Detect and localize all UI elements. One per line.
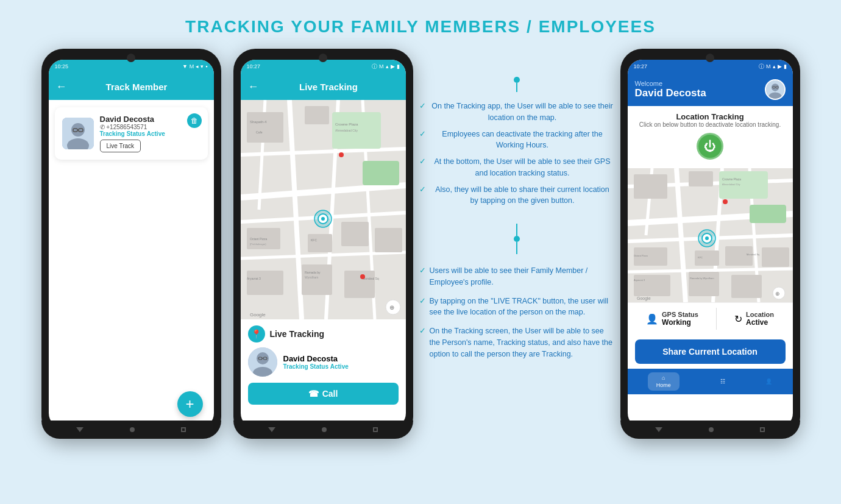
svg-text:Ahmedabad City: Ahmedabad City xyxy=(335,129,358,132)
app-bottom-nav: ⌂ Home ☷ 👤 xyxy=(628,369,793,394)
svg-text:Google: Google xyxy=(637,296,651,301)
phone3-welcome: Welcome David Decosta xyxy=(635,80,706,99)
member-card: David Decosta ✆ +12586543571 Tracking St… xyxy=(55,107,208,160)
welcome-label: Welcome xyxy=(635,80,706,87)
top-annotations: ✓ On the Tracking app, the User will be … xyxy=(413,55,620,219)
profile-tab[interactable]: 👤 xyxy=(765,378,772,385)
svg-point-39 xyxy=(321,217,325,221)
annotation-4: ✓ Also, they will be able to share their… xyxy=(419,184,614,207)
svg-rect-67 xyxy=(750,205,786,223)
lt-person-status: Tracking Status Active xyxy=(283,363,349,370)
svg-text:Octant Pizza: Octant Pizza xyxy=(250,237,268,241)
phone3-home-nav[interactable] xyxy=(709,427,714,432)
svg-rect-20 xyxy=(308,234,332,252)
lt-person-info: David Decosta Tracking Status Active xyxy=(283,354,349,370)
phone1-time: 10:25 xyxy=(55,63,69,69)
bottom-annotations: ✓ Users will be able to see their Family… xyxy=(413,259,620,360)
home-nav-icon[interactable] xyxy=(130,427,135,432)
check-icon-1: ✓ xyxy=(419,101,426,112)
back-nav-icon[interactable] xyxy=(76,427,83,432)
power-button[interactable]: ⏻ xyxy=(697,133,723,160)
user-avatar xyxy=(765,79,786,100)
svg-rect-69 xyxy=(689,171,713,186)
annotations-wrapper: ✓ On the Tracking app, the User will be … xyxy=(413,49,620,366)
phone1-status-bar: 10:25 ▼ M ◂ ▾ ▪ xyxy=(49,60,214,73)
phone3-back-nav[interactable] xyxy=(655,427,662,432)
location-value: Active xyxy=(746,318,774,327)
phone3-status-icons: ⓘ M ▴ ▶ ▮ xyxy=(759,63,787,71)
location-icon: 📍 xyxy=(248,325,265,343)
phone3-map: Crowne Plaza Ahmedabad City Octant Pizza… xyxy=(628,168,793,302)
share-location-button[interactable]: Share Current Location xyxy=(635,339,786,364)
phone2-bottom-nav xyxy=(233,421,413,439)
delete-icon[interactable]: 🗑 xyxy=(187,113,202,128)
phone1-status-icons: ▼ M ◂ ▾ ▪ xyxy=(182,63,208,69)
list-tab[interactable]: ☷ xyxy=(720,378,725,385)
svg-text:Aryavrat 3: Aryavrat 3 xyxy=(247,277,261,280)
lt-person: David Decosta Tracking Status Active xyxy=(248,347,399,377)
svg-text:KFC: KFC xyxy=(311,238,317,242)
svg-text:KFC: KFC xyxy=(698,256,703,259)
phone2-back-icon[interactable]: ← xyxy=(248,80,259,93)
svg-point-86 xyxy=(705,236,709,240)
phone2-time: 10:27 xyxy=(247,63,261,69)
svg-text:⊕: ⊕ xyxy=(775,291,780,297)
phone-1: 10:25 ▼ M ◂ ▾ ▪ ← Track Member xyxy=(41,49,221,439)
svg-text:⊕: ⊕ xyxy=(389,304,394,311)
phone-3-screen: 10:27 ⓘ M ▴ ▶ ▮ Welcome David Decosta xyxy=(628,60,793,428)
check-icon-5: ✓ xyxy=(419,265,426,277)
add-fab-button[interactable]: + xyxy=(177,391,203,417)
phone-1-screen: 10:25 ▼ M ◂ ▾ ▪ ← Track Member xyxy=(49,60,214,428)
annotation-3: ✓ At the bottom, the User will be able t… xyxy=(419,156,614,179)
member-phone: ✆ +12586543571 xyxy=(100,124,200,130)
location-title: Location Tracking xyxy=(635,112,786,121)
back-arrow-icon[interactable]: ← xyxy=(56,80,67,93)
phone2-status-bar: 10:27 ⓘ M ▴ ▶ ▮ xyxy=(241,60,406,73)
gps-status-item: 👤 GPS Status Working xyxy=(646,311,698,327)
page-title: TRACKING YOUR FAMILY MEMBERS / EMPLOYEES xyxy=(0,0,841,49)
lt-person-name: David Decosta xyxy=(283,354,349,363)
svg-rect-23 xyxy=(247,271,283,295)
annotation-7: ✓ On the Tracking screen, the User will … xyxy=(419,325,614,360)
home-tab[interactable]: ⌂ Home xyxy=(648,372,680,391)
recents-nav-icon[interactable] xyxy=(181,427,186,432)
phone2-home-nav[interactable] xyxy=(322,427,327,432)
svg-text:Wyndham: Wyndham xyxy=(305,275,318,279)
gps-status-bar: 👤 GPS Status Working ↻ Location Active xyxy=(628,302,793,335)
phone2-recents-nav[interactable] xyxy=(373,427,378,432)
phone2-status-icons: ⓘ M ▴ ▶ ▮ xyxy=(372,63,400,71)
location-status-item: ↻ Location Active xyxy=(734,311,774,327)
lt-title: Live Tracking xyxy=(270,329,324,339)
svg-rect-21 xyxy=(341,222,369,246)
home-label: Home xyxy=(656,382,671,388)
phone3-recents-nav[interactable] xyxy=(760,427,765,432)
power-btn-container: ⏻ xyxy=(635,133,786,160)
location-row: ↻ Location Active xyxy=(734,311,774,327)
svg-text:Aryavrat 3: Aryavrat 3 xyxy=(634,279,645,282)
svg-text:Ahmedabad City: Ahmedabad City xyxy=(722,183,740,186)
phone2-back-nav[interactable] xyxy=(268,427,275,432)
lt-avatar xyxy=(248,347,277,377)
svg-text:Crowne Plaza: Crowne Plaza xyxy=(335,122,358,126)
check-icon-7: ✓ xyxy=(419,325,426,337)
gps-divider xyxy=(716,308,717,330)
location-circle-icon: ↻ xyxy=(734,313,742,325)
phone-2-screen: 10:27 ⓘ M ▴ ▶ ▮ ← Live Tracking xyxy=(241,60,406,428)
check-icon-6: ✓ xyxy=(419,296,426,307)
live-track-button[interactable]: Live Track xyxy=(100,140,141,152)
gps-row: 👤 GPS Status Working xyxy=(646,311,698,327)
annotation-2: ✓ Employees can deactivate the tracking … xyxy=(419,129,614,152)
phone1-navbar: ← Track Member xyxy=(49,73,214,100)
annotation-1: ✓ On the Tracking app, the User will be … xyxy=(419,101,614,124)
svg-rect-76 xyxy=(731,275,762,298)
lt-header: 📍 Live Tracking xyxy=(248,325,399,343)
svg-rect-16 xyxy=(363,161,399,185)
svg-text:Google: Google xyxy=(250,312,266,318)
member-avatar xyxy=(62,118,94,149)
location-label: Location xyxy=(746,311,774,318)
call-button[interactable]: ☎ Call xyxy=(248,383,399,405)
gps-label: GPS Status xyxy=(662,311,698,318)
svg-text:Cafe: Cafe xyxy=(256,130,263,134)
location-subtitle: Click on below button to deactivate loca… xyxy=(635,121,786,128)
svg-point-40 xyxy=(339,152,344,157)
